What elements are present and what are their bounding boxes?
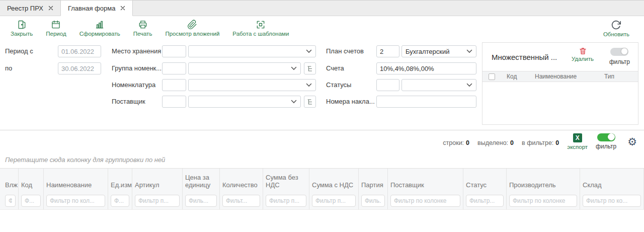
nomenclature-group-code-input[interactable]	[162, 62, 186, 74]
column-vlzh: Влж	[3, 169, 19, 209]
invoice-numbers-label: Номера накла...	[326, 98, 375, 105]
column-filter-input[interactable]	[46, 195, 105, 207]
column-header[interactable]: Количество	[220, 169, 263, 193]
main-toolbar: Закрыть Период Сформировать Печать Просм…	[0, 16, 644, 40]
column-filter-input[interactable]	[266, 195, 306, 207]
multi-filter-toggle[interactable]	[610, 48, 628, 56]
column-header[interactable]: Склад	[580, 169, 643, 193]
chart-of-accounts-code-input[interactable]	[376, 45, 399, 57]
group-by-drop-zone[interactable]: Перетащите сюда колонку для группировки …	[0, 152, 644, 168]
close-icon[interactable]	[48, 6, 53, 11]
column-filter-input[interactable]	[111, 195, 129, 207]
close-icon[interactable]	[120, 6, 125, 11]
column-filter-input[interactable]	[135, 195, 180, 207]
export-button[interactable]: X экспорт	[567, 133, 588, 150]
select-all-checkbox[interactable]	[489, 73, 495, 80]
column-kod: Код	[19, 169, 44, 209]
column-header[interactable]: Статус	[463, 169, 506, 193]
storage-code-input[interactable]	[162, 45, 186, 57]
supplier-code-input[interactable]	[162, 96, 186, 108]
select-value: Бухгалтерский	[406, 48, 450, 55]
chart-of-accounts-select[interactable]: Бухгалтерский	[401, 45, 476, 57]
chevron-down-icon	[291, 66, 297, 70]
column-filter-input[interactable]	[361, 195, 385, 207]
column-header[interactable]: Цена за единицу	[183, 169, 219, 193]
template-icon	[256, 20, 266, 30]
header-cell-checkbox	[482, 73, 501, 80]
chevron-down-icon	[466, 49, 472, 53]
header-cell-code[interactable]: Код	[501, 73, 531, 80]
data-table: Влж Код Наименование Ед.изм. Артикул Цен…	[0, 168, 644, 210]
tab-glavnaya-forma[interactable]: Главная форма	[60, 1, 133, 16]
period-from-input[interactable]	[58, 45, 101, 57]
accounts-input[interactable]	[376, 62, 476, 74]
templates-button[interactable]: Работа с шаблонами	[226, 19, 295, 38]
in-filter-count-value: 0	[555, 139, 559, 146]
tab-label: Главная форма	[68, 5, 115, 12]
filter-cell	[388, 193, 463, 209]
column-filter-input[interactable]	[466, 195, 504, 207]
column-header[interactable]: Артикул	[132, 169, 182, 193]
storage-select[interactable]	[188, 45, 316, 57]
column-filter-input[interactable]	[509, 195, 577, 207]
column-header[interactable]: Сумма без НДС	[263, 169, 309, 193]
column-header[interactable]: Ед.изм.	[108, 169, 132, 193]
rows-count-label: строки:	[443, 139, 464, 146]
trash-icon	[579, 47, 587, 55]
statuses-select[interactable]	[401, 79, 476, 91]
column-header[interactable]: Код	[19, 169, 43, 193]
supplier-tree-button[interactable]	[304, 96, 316, 108]
column-header[interactable]: Производитель	[507, 169, 580, 193]
door-exit-icon	[17, 20, 27, 30]
filter-cell	[132, 193, 182, 209]
supplier-label: Поставщик	[112, 98, 145, 105]
column-filter-input[interactable]	[5, 195, 16, 207]
close-button[interactable]: Закрыть	[4, 19, 39, 38]
column-kolichestvo: Количество	[220, 169, 263, 209]
print-button[interactable]: Печать	[127, 19, 159, 38]
column-filter-input[interactable]	[583, 195, 641, 207]
header-cell-name[interactable]: Наименование	[531, 73, 600, 80]
multi-filter-title: Множественный ...	[492, 53, 557, 61]
toggle-knob	[621, 48, 628, 55]
chart-of-accounts-label: План счетов	[326, 47, 364, 55]
refresh-button[interactable]: Обновить	[597, 19, 636, 38]
statuses-code-input[interactable]	[376, 79, 399, 91]
column-header[interactable]: Поставщик	[388, 169, 463, 193]
in-filter-count-label: в фильтре:	[522, 139, 553, 146]
nomenclature-group-select[interactable]	[188, 62, 301, 74]
column-proizvoditel: Производитель	[507, 169, 580, 209]
toolbar-label: Период	[46, 31, 66, 37]
column-header[interactable]: Партия	[359, 169, 387, 193]
column-filter-input[interactable]	[390, 195, 460, 207]
column-header[interactable]: Сумма с НДС	[309, 169, 358, 193]
nomenclature-group-tree-button[interactable]	[304, 62, 316, 74]
delete-button[interactable]: Удалить	[572, 47, 594, 62]
column-filter-input[interactable]	[21, 195, 41, 207]
in-filter-count: в фильтре:0	[522, 139, 559, 146]
nomenclature-code-input[interactable]	[162, 79, 186, 91]
column-cena-za-edinicu: Цена за единицу	[183, 169, 220, 209]
supplier-select[interactable]	[188, 96, 301, 108]
column-filter-input[interactable]	[185, 195, 217, 207]
column-filter-input[interactable]	[222, 195, 260, 207]
header-cell-type[interactable]: Тип	[600, 73, 638, 80]
invoice-numbers-input[interactable]	[376, 96, 476, 108]
column-header[interactable]: Наименование	[44, 169, 108, 193]
settings-gear-icon[interactable]: ⚙	[627, 136, 637, 147]
generate-button[interactable]: Сформировать	[73, 19, 127, 38]
grid-filter-toggle-label: фильтр	[596, 143, 616, 150]
view-attachments-button[interactable]: Просмотр вложений	[158, 19, 226, 38]
column-header[interactable]: Влж	[3, 169, 18, 193]
nomenclature-group-label: Группа номенк...	[112, 64, 162, 72]
filter-cell	[220, 193, 263, 209]
period-to-input[interactable]	[58, 62, 101, 74]
column-filter-input[interactable]	[312, 195, 356, 207]
grid-toolbar: строки:0 выделено:0 в фильтре:0 X экспор…	[0, 130, 644, 152]
tab-reestr-prh[interactable]: Реестр ПРХ	[0, 1, 60, 16]
filter-cell	[309, 193, 358, 209]
toggle-knob	[608, 133, 615, 140]
grid-filter-toggle[interactable]	[597, 133, 615, 141]
nomenclature-select[interactable]	[188, 79, 316, 91]
period-button[interactable]: Период	[39, 19, 72, 38]
